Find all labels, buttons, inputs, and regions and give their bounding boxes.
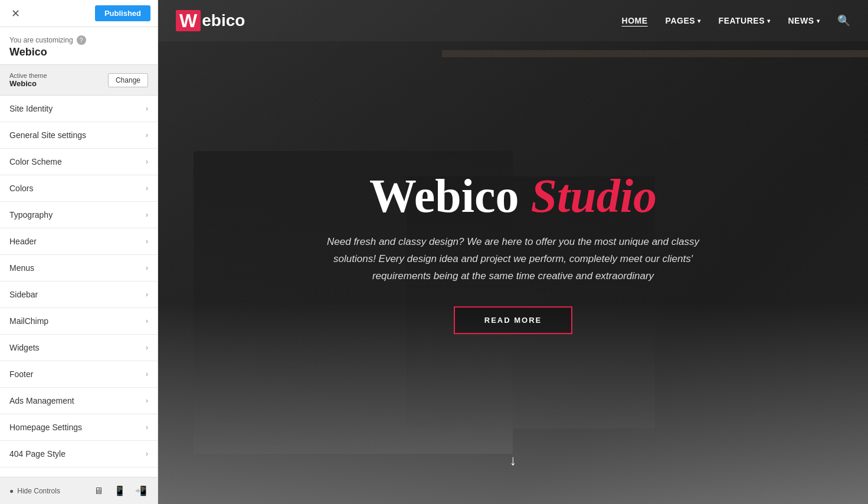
chevron-right-icon: › bbox=[146, 264, 148, 272]
menu-item-label-widgets: Widgets bbox=[9, 343, 40, 352]
sidebar-item-typography[interactable]: Typography› bbox=[0, 202, 158, 228]
sidebar-item-404-page-style[interactable]: 404 Page Style› bbox=[0, 441, 158, 467]
menu-item-label-mailchimp: MailChimp bbox=[9, 316, 48, 326]
chevron-right-icon: › bbox=[146, 104, 148, 113]
hide-controls[interactable]: ● Hide Controls bbox=[9, 487, 60, 495]
hero-title-white: Webico bbox=[369, 170, 530, 222]
nav-features-label: FEATURES bbox=[719, 16, 765, 25]
theme-section: Active theme Webico Change bbox=[0, 65, 158, 96]
sidebar-item-general-site-settings[interactable]: General Site settings› bbox=[0, 122, 158, 149]
sidebar-menu: Site Identity›General Site settings›Colo… bbox=[0, 96, 158, 477]
active-theme-label: Active theme bbox=[9, 72, 47, 79]
menu-item-label-colors: Colors bbox=[9, 184, 33, 193]
change-theme-button[interactable]: Change bbox=[108, 73, 148, 87]
menu-item-label-menus: Menus bbox=[9, 263, 34, 273]
sidebar-item-colors[interactable]: Colors› bbox=[0, 175, 158, 202]
chevron-right-icon: › bbox=[146, 184, 148, 192]
menu-item-label-404-page-style: 404 Page Style bbox=[9, 449, 65, 459]
chevron-right-icon: › bbox=[146, 290, 148, 299]
news-caret: ▾ bbox=[817, 18, 820, 24]
features-caret: ▾ bbox=[767, 18, 771, 24]
menu-item-label-typography: Typography bbox=[9, 210, 53, 220]
hero-subtitle: Need fresh and classy design? We are her… bbox=[313, 234, 714, 285]
logo[interactable]: W ebico bbox=[176, 10, 245, 31]
sidebar-item-widgets[interactable]: Widgets› bbox=[0, 335, 158, 361]
chevron-right-icon: › bbox=[146, 317, 148, 325]
sidebar-bottom: ● Hide Controls 🖥 📱 📲 bbox=[0, 477, 158, 504]
sidebar-item-additional-css[interactable]: Additional CSS› bbox=[0, 467, 158, 477]
help-icon[interactable]: ? bbox=[77, 35, 86, 45]
logo-w: W bbox=[176, 10, 201, 31]
hero-title: Webico Studio bbox=[289, 170, 738, 222]
desktop-icon[interactable]: 🖥 bbox=[91, 484, 106, 498]
sidebar-item-homepage-settings[interactable]: Homepage Settings› bbox=[0, 414, 158, 441]
sidebar-info: You are customizing ? Webico bbox=[0, 27, 158, 65]
nav-news-label: NEWS bbox=[788, 16, 814, 25]
sidebar-item-site-identity[interactable]: Site Identity› bbox=[0, 96, 158, 122]
view-mode-icons: 🖥 📱 📲 bbox=[91, 484, 148, 498]
chevron-right-icon: › bbox=[146, 423, 148, 431]
sidebar: ✕ Published You are customizing ? Webico… bbox=[0, 0, 158, 504]
customizing-label: You are customizing ? bbox=[9, 35, 148, 45]
menu-item-label-site-identity: Site Identity bbox=[9, 104, 53, 113]
sidebar-top-bar: ✕ Published bbox=[0, 0, 158, 27]
hero-content: Webico Studio Need fresh and classy desi… bbox=[289, 170, 738, 334]
published-button[interactable]: Published bbox=[95, 5, 150, 21]
sidebar-item-header[interactable]: Header› bbox=[0, 228, 158, 255]
nav-news[interactable]: NEWS ▾ bbox=[788, 16, 820, 25]
customizing-name: Webico bbox=[9, 46, 148, 58]
tablet-icon[interactable]: 📱 bbox=[113, 484, 127, 498]
chevron-right-icon: › bbox=[146, 237, 148, 246]
logo-text: ebico bbox=[202, 11, 245, 30]
menu-item-label-ads-management: Ads Management bbox=[9, 396, 74, 405]
scroll-arrow: ↓ bbox=[510, 452, 517, 469]
chevron-right-icon: › bbox=[146, 450, 148, 458]
menu-item-label-homepage-settings: Homepage Settings bbox=[9, 423, 82, 432]
chevron-right-icon: › bbox=[146, 343, 148, 352]
sidebar-item-menus[interactable]: Menus› bbox=[0, 255, 158, 282]
nav-pages[interactable]: PAGES ▾ bbox=[666, 16, 701, 25]
chevron-right-icon: › bbox=[146, 397, 148, 405]
nav-pages-label: PAGES bbox=[666, 16, 695, 25]
nav-home-label: HOME bbox=[622, 16, 648, 25]
sidebar-item-color-scheme[interactable]: Color Scheme› bbox=[0, 149, 158, 175]
preview-nav: W ebico HOME PAGES ▾ FEATURES ▾ NEWS ▾ 🔍 bbox=[158, 0, 868, 41]
nav-home[interactable]: HOME bbox=[622, 16, 648, 25]
read-more-button[interactable]: READ MORE bbox=[454, 306, 572, 334]
close-button[interactable]: ✕ bbox=[7, 5, 24, 22]
chevron-right-icon: › bbox=[146, 370, 148, 378]
sidebar-item-ads-management[interactable]: Ads Management› bbox=[0, 388, 158, 414]
chevron-right-icon: › bbox=[146, 131, 148, 139]
nav-links: HOME PAGES ▾ FEATURES ▾ NEWS ▾ 🔍 bbox=[622, 14, 850, 27]
menu-item-label-sidebar: Sidebar bbox=[9, 290, 38, 299]
mobile-icon[interactable]: 📲 bbox=[134, 484, 148, 498]
nav-features[interactable]: FEATURES ▾ bbox=[719, 16, 771, 25]
menu-item-label-footer: Footer bbox=[9, 369, 33, 379]
chevron-right-icon: › bbox=[146, 211, 148, 219]
menu-item-label-general-site-settings: General Site settings bbox=[9, 130, 86, 140]
menu-item-label-header: Header bbox=[9, 237, 37, 246]
chevron-right-icon: › bbox=[146, 158, 148, 166]
main-preview: W ebico HOME PAGES ▾ FEATURES ▾ NEWS ▾ 🔍 bbox=[158, 0, 868, 504]
theme-info: Active theme Webico bbox=[9, 72, 47, 88]
sidebar-item-sidebar[interactable]: Sidebar› bbox=[0, 282, 158, 308]
menu-item-label-color-scheme: Color Scheme bbox=[9, 157, 62, 166]
sidebar-item-mailchimp[interactable]: MailChimp› bbox=[0, 308, 158, 335]
hero-title-red: Studio bbox=[530, 170, 656, 222]
sidebar-item-footer[interactable]: Footer› bbox=[0, 361, 158, 388]
pages-caret: ▾ bbox=[697, 18, 701, 24]
active-theme-name: Webico bbox=[9, 79, 47, 88]
hide-controls-label: Hide Controls bbox=[17, 487, 60, 495]
search-icon[interactable]: 🔍 bbox=[837, 14, 850, 27]
customizing-prefix: You are customizing bbox=[9, 36, 73, 44]
circle-icon: ● bbox=[9, 487, 14, 495]
